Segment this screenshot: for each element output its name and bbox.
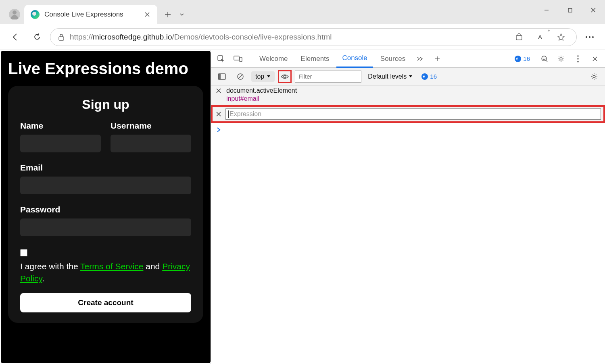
shopping-icon[interactable] xyxy=(511,29,527,45)
devtools-menu-icon[interactable] xyxy=(570,51,586,67)
address-bar[interactable]: https://microsoftedge.github.io/Demos/de… xyxy=(50,28,577,46)
browser-tab[interactable]: Console Live Expressions xyxy=(24,5,157,24)
eye-icon xyxy=(280,73,289,80)
signup-form: Sign up Name Username Email xyxy=(8,86,203,323)
svg-point-3 xyxy=(586,36,587,38)
tab-overflow-button[interactable] xyxy=(176,6,188,23)
remove-live-expression-button[interactable] xyxy=(215,110,222,118)
execution-context-value: top xyxy=(255,73,264,80)
form-title: Sign up xyxy=(20,97,191,112)
svg-rect-7 xyxy=(234,56,239,60)
content-area: Live Expressions demo Sign up Name Usern… xyxy=(0,50,605,364)
email-input[interactable] xyxy=(20,177,191,194)
browser-menu-button[interactable] xyxy=(581,28,599,46)
terms-text-suffix: . xyxy=(42,274,44,283)
devtools-settings-icon[interactable] xyxy=(553,51,569,67)
devtools-tab-elements[interactable]: Elements xyxy=(295,50,335,68)
terms-of-service-link[interactable]: Terms of Service xyxy=(80,262,143,271)
create-live-expression-button[interactable] xyxy=(278,70,292,83)
terms-text-prefix: I agree with the xyxy=(20,262,80,271)
svg-point-5 xyxy=(592,36,594,38)
devtools-tab-welcome[interactable]: Welcome xyxy=(254,50,294,68)
terms-text-mid: and xyxy=(143,262,162,271)
issues-badge-icon xyxy=(421,73,428,80)
username-label: Username xyxy=(111,121,191,131)
devtools-new-tab[interactable] xyxy=(430,51,445,67)
tab-title: Console Live Expressions xyxy=(44,10,139,19)
url-text: https://microsoftedge.github.io/Demos/de… xyxy=(70,33,332,42)
svg-point-15 xyxy=(577,61,579,62)
live-expression-row: document.activeElement input#email xyxy=(211,85,605,105)
devtools-close-icon[interactable] xyxy=(587,51,603,67)
log-levels-selector[interactable]: Default levels xyxy=(368,73,413,80)
issues-badge-icon xyxy=(515,56,521,62)
dropdown-icon xyxy=(409,75,413,78)
devtools-tabs-overflow[interactable] xyxy=(413,51,428,67)
page-heading: Live Expressions demo xyxy=(8,60,203,78)
create-account-button[interactable]: Create account xyxy=(20,293,191,312)
inspect-element-icon[interactable] xyxy=(213,51,229,67)
devtools-tab-sources[interactable]: Sources xyxy=(375,50,411,68)
tab-close-button[interactable] xyxy=(144,11,151,18)
live-expression-input[interactable]: Expression xyxy=(225,108,601,120)
read-aloud-icon[interactable]: A» xyxy=(532,29,548,45)
live-expression-text[interactable]: document.activeElement xyxy=(226,87,297,94)
console-filter-input[interactable] xyxy=(295,71,361,83)
issues-badge[interactable]: 16 xyxy=(515,55,530,62)
close-window-button[interactable] xyxy=(582,0,605,20)
svg-point-13 xyxy=(577,55,579,57)
profile-avatar[interactable] xyxy=(9,9,20,20)
dropdown-icon xyxy=(267,75,271,78)
terms-checkbox[interactable] xyxy=(20,249,27,256)
svg-rect-2 xyxy=(516,35,522,40)
username-input[interactable] xyxy=(111,135,191,152)
live-expression-output: input#email xyxy=(226,95,601,102)
svg-rect-0 xyxy=(568,8,572,12)
svg-point-11 xyxy=(545,58,546,58)
maximize-button[interactable] xyxy=(558,0,582,20)
svg-point-14 xyxy=(577,58,579,60)
window-controls xyxy=(535,0,605,20)
issues-count: 16 xyxy=(523,55,530,62)
remove-live-expression-button[interactable] xyxy=(215,87,222,94)
svg-point-20 xyxy=(593,75,595,78)
page-content: Live Expressions demo Sign up Name Usern… xyxy=(1,51,211,363)
clear-console-icon[interactable] xyxy=(233,69,248,84)
console-settings-icon[interactable] xyxy=(586,69,602,84)
svg-point-9 xyxy=(542,56,547,61)
browser-titlebar: Console Live Expressions xyxy=(0,0,605,24)
email-label: Email xyxy=(20,163,191,173)
svg-point-12 xyxy=(560,58,562,60)
name-label: Name xyxy=(20,121,101,131)
lock-icon xyxy=(58,33,65,41)
address-bar-row: https://microsoftedge.github.io/Demos/de… xyxy=(0,24,605,50)
name-input[interactable] xyxy=(20,135,101,152)
svg-point-19 xyxy=(284,75,286,78)
device-toggle-icon[interactable] xyxy=(230,51,246,67)
svg-rect-17 xyxy=(218,74,221,79)
feedback-icon[interactable] xyxy=(536,51,552,67)
edge-favicon xyxy=(31,10,40,19)
console-body: document.activeElement input#email Expre… xyxy=(211,85,605,364)
new-tab-button[interactable] xyxy=(160,6,176,23)
devtools-tab-console[interactable]: Console xyxy=(336,50,373,68)
password-label: Password xyxy=(20,205,191,214)
devtools-tab-bar: Welcome Elements Console Sources 16 xyxy=(211,50,605,68)
devtools-panel: Welcome Elements Console Sources 16 xyxy=(211,50,605,364)
prompt-chevron-icon xyxy=(217,127,221,133)
favorite-icon[interactable] xyxy=(553,29,569,45)
minimize-button[interactable] xyxy=(535,0,558,20)
refresh-button[interactable] xyxy=(28,28,46,46)
console-prompt[interactable] xyxy=(211,123,605,137)
svg-point-10 xyxy=(543,58,544,58)
console-toolbar: top Default levels 16 xyxy=(211,68,605,85)
svg-rect-1 xyxy=(59,37,64,40)
back-button[interactable] xyxy=(6,28,24,46)
terms-row: I agree with the Terms of Service and Pr… xyxy=(20,247,191,285)
execution-context-selector[interactable]: top xyxy=(251,71,275,82)
password-input[interactable] xyxy=(20,218,191,236)
svg-point-4 xyxy=(589,36,590,38)
console-sidebar-toggle[interactable] xyxy=(214,69,229,84)
toolbar-issues-badge[interactable]: 16 xyxy=(421,73,437,80)
svg-rect-8 xyxy=(240,57,242,62)
